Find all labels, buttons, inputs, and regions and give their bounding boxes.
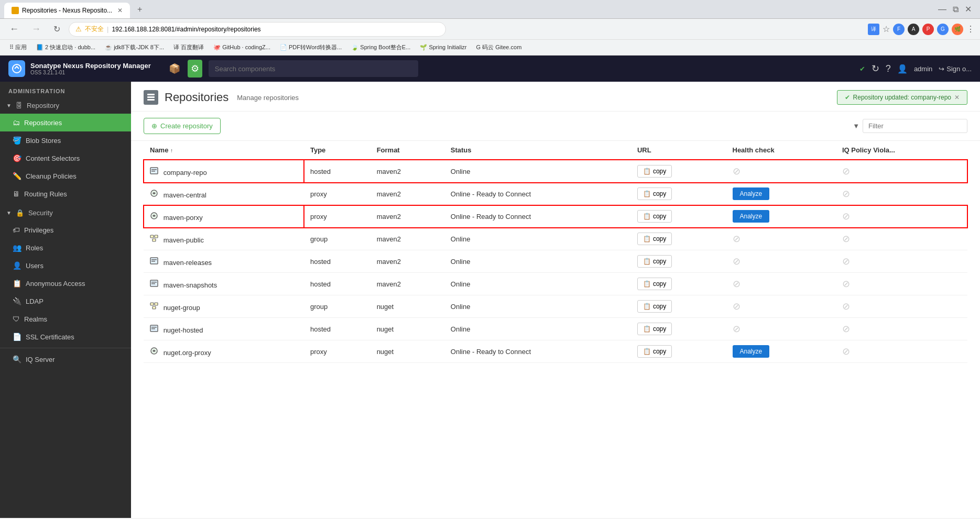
signout-btn[interactable]: ↪ Sign o... [939,65,972,73]
cell-health: ⊘ [726,160,836,183]
anonymous-access-label: Anonymous Access [26,280,85,288]
update-check-icon: ✔ [845,94,850,101]
table-row[interactable]: maven-central proxy maven2 Online - Read… [144,183,967,205]
active-tab[interactable]: Repositories - Nexus Reposito... ✕ [4,3,130,18]
sidebar-item-content-selectors[interactable]: 🎯 Content Selectors [0,149,131,167]
bookmark-8[interactable]: G 码云 Gitee.com [472,42,526,52]
filter-input[interactable] [863,119,967,133]
close-btn[interactable]: ✕ [965,4,972,14]
sidebar-item-cleanup-policies[interactable]: ✏️ Cleanup Policies [0,167,131,185]
blob-stores-icon: 🪣 [13,136,21,145]
update-close-icon[interactable]: ✕ [954,94,960,101]
copy-url-btn[interactable]: 📋 copy [637,165,672,178]
security-group-icon: 🔒 [16,209,24,217]
packages-icon-btn[interactable]: 📦 [166,60,183,78]
bookmark-4[interactable]: 🐙 GitHub · codingZ... [209,43,275,52]
tab-favicon [12,7,19,14]
bookmark-3[interactable]: 译 百度翻译 [169,42,208,52]
bookmark-2[interactable]: ☕ jdk8下载-JDK 8下... [101,42,168,52]
bookmark-apps[interactable]: ⠿ 应用 [5,42,31,52]
forward-btn[interactable]: → [27,21,45,37]
copy-icon: 📋 [643,303,651,310]
more-icon[interactable]: ⋮ [966,24,975,34]
table-row[interactable]: company-repo hosted maven2 Online 📋 copy… [144,160,967,183]
sidebar-item-blob-stores[interactable]: 🪣 Blob Stores [0,131,131,149]
copy-url-btn[interactable]: 📋 copy [637,300,672,313]
cell-status: Online [444,228,631,250]
bookmark-1[interactable]: 📘 2 快速启动 · dubb... [32,42,100,52]
brand-name: Sonatype Nexus Repository Manager [30,62,151,70]
cell-type: hosted [304,273,371,295]
analyze-btn[interactable]: Analyze [733,345,770,358]
username[interactable]: admin [914,65,932,73]
copy-url-btn[interactable]: 📋 copy [637,255,672,268]
translate-icon[interactable]: 译 [868,24,879,35]
extension-icon2[interactable]: A [908,24,919,35]
sidebar-item-ldap[interactable]: 🔌 LDAP [0,292,131,310]
search-input[interactable] [209,60,418,77]
toolbar: ⊕ Create repository ▼ [131,112,980,141]
help-icon[interactable]: ? [886,63,891,74]
extension-icon5[interactable]: 🌿 [952,24,963,35]
table-row[interactable]: maven-releases hosted maven2 Online 📋 co… [144,250,967,273]
repo-name: nuget-group [164,304,200,312]
analyze-btn[interactable]: Analyze [733,210,770,223]
table-row[interactable]: maven-snapshots hosted maven2 Online 📋 c… [144,273,967,295]
col-url: URL [631,141,726,160]
sidebar-divider [0,348,131,348]
iq-dash-icon: ⊘ [842,279,850,289]
extension-icon1[interactable]: F [893,24,905,35]
copy-label: copy [653,168,666,175]
col-name[interactable]: Name ↑ [144,141,304,160]
back-btn[interactable]: ← [5,21,23,37]
copy-url-btn[interactable]: 📋 copy [637,233,672,245]
bookmark-5[interactable]: 📄 PDF转Word转换器... [276,42,346,52]
cell-url: 📋 copy [631,318,726,340]
sidebar-item-ssl-certificates[interactable]: 📄 SSL Certificates [0,328,131,346]
sidebar-item-anonymous-access[interactable]: 📋 Anonymous Access [0,274,131,292]
extension-icon4[interactable]: G [937,24,949,35]
extension-icon3[interactable]: P [922,24,934,35]
sidebar-item-roles[interactable]: 👥 Roles [0,239,131,257]
sidebar-item-routing-rules[interactable]: 🖥 Routing Rules [0,185,131,203]
repo-name: maven-central [164,191,206,199]
copy-url-btn[interactable]: 📋 copy [637,345,672,358]
copy-url-btn[interactable]: 📋 copy [637,278,672,290]
table-row[interactable]: nuget-group group nuget Online 📋 copy ⊘ … [144,295,967,318]
bookmark-6[interactable]: 🍃 Spring Boot整合E... [347,42,415,52]
health-dash-icon: ⊘ [733,256,741,267]
sidebar-item-realms[interactable]: 🛡 Realms [0,310,131,328]
refresh-icon[interactable]: ↻ [872,63,879,74]
copy-url-btn[interactable]: 📋 copy [637,210,672,223]
sidebar-item-iq-server[interactable]: 🔍 IQ Server [0,350,131,368]
sidebar-group-security[interactable]: ▼ 🔒 Security [0,205,131,221]
create-repository-btn[interactable]: ⊕ Create repository [144,118,221,134]
minimize-btn[interactable]: — [938,5,946,14]
analyze-btn[interactable]: Analyze [733,187,770,200]
new-tab-btn[interactable]: + [132,3,147,16]
reload-btn[interactable]: ↻ [49,22,64,36]
sidebar-group-repository[interactable]: ▼ 🗄 Repository [0,97,131,114]
sidebar-item-privileges[interactable]: 🏷 Privileges [0,221,131,239]
cell-url: 📋 copy [631,273,726,295]
table-row[interactable]: nuget-hosted hosted nuget Online 📋 copy … [144,318,967,340]
repo-name: nuget-hosted [164,326,203,334]
iq-dash-icon: ⊘ [842,234,850,244]
copy-label: copy [653,235,666,242]
content-selectors-label: Content Selectors [26,154,80,162]
address-input[interactable] [112,26,439,33]
table-row[interactable]: maven-public group maven2 Online 📋 copy … [144,228,967,250]
copy-url-btn[interactable]: 📋 copy [637,187,672,200]
copy-url-btn[interactable]: 📋 copy [637,323,672,335]
bookmark-icon[interactable]: ☆ [883,24,890,34]
bookmark-7[interactable]: 🌱 Spring Initializr [416,43,471,52]
cell-name: maven-releases [144,250,304,273]
table-row[interactable]: maven-porxy proxy maven2 Online - Ready … [144,205,967,228]
cell-status: Online - Ready to Connect [444,340,631,363]
maximize-btn[interactable]: ⧉ [953,5,959,14]
table-row[interactable]: nuget.org-proxy proxy nuget Online - Rea… [144,340,967,363]
tab-close-icon[interactable]: ✕ [117,7,123,14]
sidebar-item-users[interactable]: 👤 Users [0,257,131,274]
sidebar-item-repositories[interactable]: 🗂 Repositories [0,114,131,131]
settings-icon-btn[interactable]: ⚙ [188,60,202,78]
